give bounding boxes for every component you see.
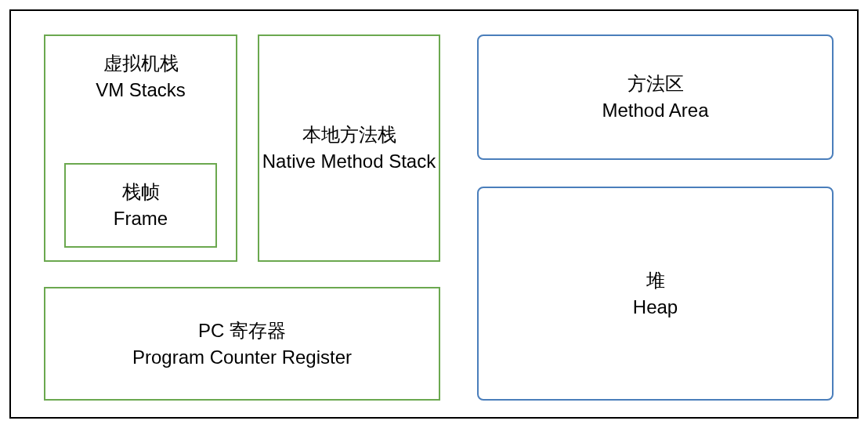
vm-stacks-label-cn: 虚拟机栈 [103, 50, 179, 77]
native-stack-label-cn: 本地方法栈 [302, 122, 396, 148]
native-stack-label-en: Native Method Stack [262, 148, 436, 175]
method-area-label-cn: 方法区 [627, 71, 684, 97]
frame-box: 栈帧 Frame [64, 163, 217, 248]
heap-label-en: Heap [633, 294, 678, 321]
frame-label-en: Frame [114, 205, 168, 232]
frame-label-cn: 栈帧 [122, 179, 160, 205]
method-area-label-en: Method Area [602, 97, 708, 124]
heap-label-cn: 堆 [646, 267, 665, 294]
heap-box: 堆 Heap [477, 187, 834, 401]
pc-register-box: PC 寄存器 Program Counter Register [44, 287, 440, 401]
pc-register-label-cn: PC 寄存器 [198, 317, 286, 344]
jvm-memory-diagram: 虚拟机栈 VM Stacks 栈帧 Frame 本地方法栈 Native Met… [9, 9, 859, 419]
pc-register-label-en: Program Counter Register [132, 344, 352, 371]
native-method-stack-box: 本地方法栈 Native Method Stack [258, 34, 440, 262]
vm-stacks-label-en: VM Stacks [96, 77, 186, 103]
method-area-box: 方法区 Method Area [477, 34, 834, 160]
